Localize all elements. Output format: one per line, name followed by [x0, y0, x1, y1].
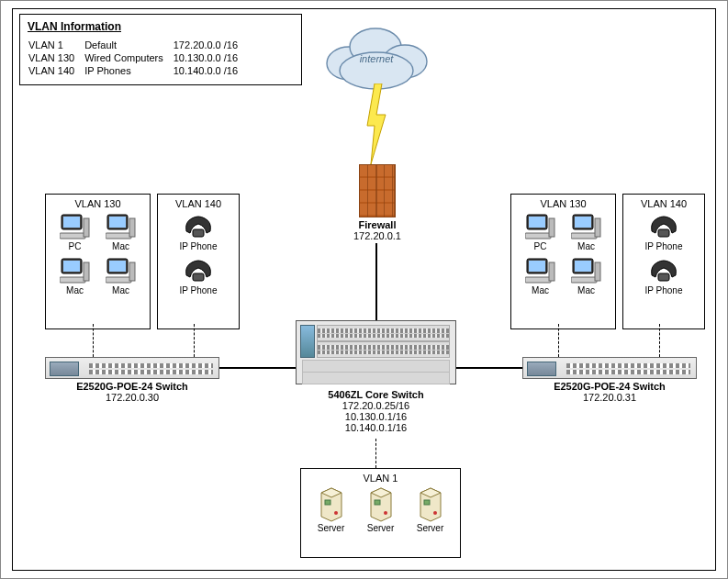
phone-icon	[183, 257, 214, 284]
svg-rect-28	[575, 217, 591, 228]
lightning-bolt-icon	[365, 84, 387, 164]
svg-rect-45	[424, 500, 430, 505]
svg-rect-38	[595, 262, 600, 281]
svg-rect-25	[525, 233, 551, 239]
vlan-info-table: VLAN 1 Default 172.20.0.0 /16 VLAN 130 W…	[28, 39, 247, 77]
dash-left-2	[194, 324, 195, 357]
svg-rect-11	[106, 233, 131, 239]
phone-icon	[648, 257, 679, 284]
group-vlan140-right: VLAN 140 IP Phone IP Phone	[622, 194, 705, 329]
svg-rect-16	[84, 262, 89, 281]
pc-icon	[60, 213, 91, 240]
link-left-core	[219, 367, 296, 369]
mac-icon	[525, 257, 556, 284]
firewall-icon	[359, 164, 396, 217]
server-icon	[417, 487, 444, 522]
core-switch-label: 5406ZL Core Switch 172.20.0.25/16 10.130…	[296, 389, 456, 433]
svg-rect-34	[549, 262, 554, 281]
svg-marker-4	[367, 84, 386, 164]
dash-core-vlan1	[375, 439, 376, 468]
svg-rect-20	[129, 262, 135, 281]
firewall-label: Firewall 172.20.0.1	[313, 219, 442, 241]
svg-rect-12	[129, 218, 135, 237]
link-right-core	[456, 367, 522, 369]
svg-rect-32	[529, 261, 545, 272]
phone-icon	[183, 213, 214, 240]
link-firewall-core	[375, 243, 377, 320]
server-icon	[367, 487, 395, 522]
svg-rect-43	[375, 500, 380, 505]
internet-label: iNTERNET	[317, 53, 436, 64]
svg-rect-33	[525, 277, 551, 283]
vlan-row: VLAN 130 Wired Computers 10.130.0.0 /16	[28, 51, 247, 64]
svg-rect-36	[575, 261, 591, 272]
mac-icon	[106, 213, 137, 240]
server-icon	[318, 487, 345, 522]
dash-left-1	[93, 324, 94, 357]
vlan-info-title: VLAN Information	[28, 20, 294, 33]
vlan-row: VLAN 140 IP Phones 10.140.0.0 /16	[28, 64, 247, 77]
svg-rect-40	[658, 273, 669, 281]
edge-switch-left-label: E2520G-POE-24 Switch 172.20.0.30	[45, 381, 219, 403]
mac-icon	[106, 257, 137, 284]
core-switch-icon	[296, 320, 456, 384]
mac-icon	[571, 213, 602, 240]
svg-rect-41	[325, 500, 330, 505]
svg-rect-24	[529, 217, 545, 228]
vlan-row: VLAN 1 Default 172.20.0.0 /16	[28, 39, 247, 51]
phone-icon	[648, 213, 679, 240]
svg-rect-14	[63, 261, 80, 272]
mac-icon	[60, 257, 91, 284]
svg-point-46	[433, 511, 437, 515]
svg-rect-37	[571, 277, 597, 283]
group-vlan1: VLAN 1 Server Server Server	[300, 468, 461, 558]
svg-rect-6	[63, 217, 80, 228]
group-vlan130-right: VLAN 130 PC Mac Mac Mac	[510, 194, 616, 329]
dash-right-1	[558, 324, 559, 357]
group-vlan130-left: VLAN 130 PC Mac Mac Mac	[45, 194, 151, 329]
group-vlan140-left: VLAN 140 IP Phone IP Phone	[157, 194, 240, 329]
svg-rect-30	[595, 218, 600, 237]
svg-rect-8	[84, 218, 89, 237]
svg-rect-15	[60, 277, 85, 283]
internet-cloud: iNTERNET	[317, 19, 436, 93]
svg-rect-22	[193, 273, 204, 281]
svg-rect-21	[193, 229, 204, 237]
edge-switch-right-label: E2520G-POE-24 Switch 172.20.0.31	[522, 381, 697, 403]
svg-point-42	[334, 511, 338, 515]
diagram-canvas: VLAN Information VLAN 1 Default 172.20.0…	[0, 0, 728, 579]
dash-right-2	[659, 324, 660, 357]
svg-rect-26	[549, 218, 554, 237]
svg-rect-18	[109, 261, 126, 272]
vlan-info-box: VLAN Information VLAN 1 Default 172.20.0…	[19, 14, 302, 85]
svg-point-44	[384, 511, 387, 515]
svg-rect-10	[109, 217, 126, 228]
edge-switch-left-icon	[45, 357, 219, 379]
svg-rect-29	[571, 233, 597, 239]
svg-rect-39	[658, 229, 669, 237]
svg-rect-19	[106, 277, 131, 283]
mac-icon	[571, 257, 602, 284]
svg-rect-7	[60, 233, 85, 239]
edge-switch-right-icon	[522, 357, 697, 379]
pc-icon	[525, 213, 556, 240]
